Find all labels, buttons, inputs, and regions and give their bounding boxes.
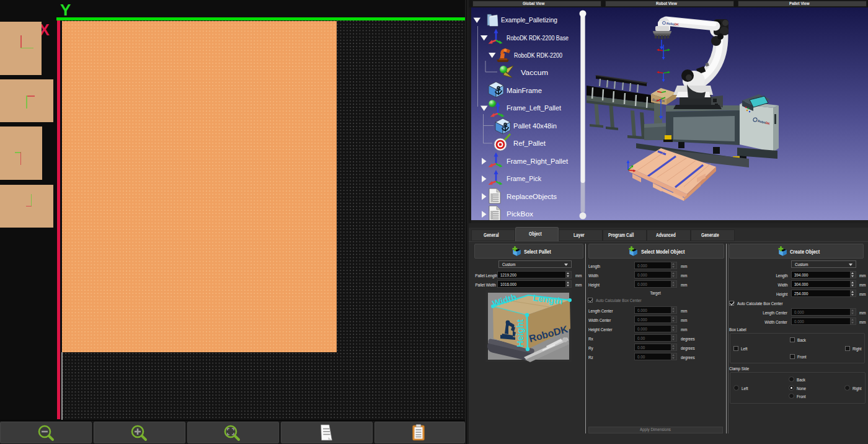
svg-text:Vaccum: Vaccum	[521, 69, 548, 76]
svg-text:RoboDK RDK-2200: RoboDK RDK-2200	[514, 52, 562, 59]
svg-text:RoboDK RDK-2200 Base: RoboDK RDK-2200 Base	[507, 35, 569, 42]
svg-text:Height: Height	[515, 319, 525, 347]
svg-text:Pallet 40x48in: Pallet 40x48in	[513, 123, 557, 130]
svg-text:Frame_Left_Pallet: Frame_Left_Pallet	[507, 105, 561, 112]
svg-text:PickBox: PickBox	[507, 211, 533, 218]
svg-text:Ref_Pallet: Ref_Pallet	[513, 140, 546, 147]
svg-text:Example_Palletizing: Example_Palletizing	[501, 17, 557, 24]
svg-text:ReplaceObjects: ReplaceObjects	[507, 193, 557, 200]
svg-text:Frame_Pick: Frame_Pick	[507, 175, 542, 182]
svg-text:Frame_Right_Pallet: Frame_Right_Pallet	[507, 158, 568, 165]
svg-text:MainFrame: MainFrame	[507, 87, 542, 94]
